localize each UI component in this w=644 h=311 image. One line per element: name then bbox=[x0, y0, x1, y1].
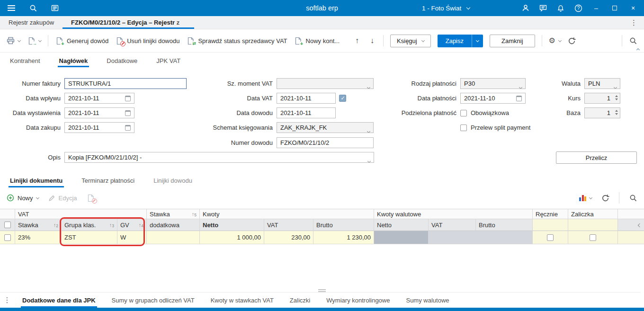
cell-brutto[interactable]: 1 230,00 bbox=[313, 231, 374, 244]
calendar-icon[interactable] bbox=[125, 96, 131, 101]
column-header-w-brutto[interactable]: Brutto bbox=[476, 219, 533, 231]
vat-date-checkbox[interactable] bbox=[339, 95, 346, 102]
payment-type-select[interactable]: P30 bbox=[460, 78, 526, 89]
column-header-grupa-klas[interactable]: Grupa klas. 3 bbox=[62, 219, 117, 231]
issue-date-field[interactable]: 2021-10-11 bbox=[64, 107, 134, 118]
export-button[interactable]: → bbox=[27, 36, 41, 45]
tab-kwoty-stawki-vat[interactable]: Kwoty w stawkach VAT bbox=[203, 293, 282, 308]
calendar-icon[interactable] bbox=[516, 96, 522, 101]
invoice-number-field[interactable]: STRUKTURA/1 bbox=[64, 78, 187, 89]
sort-indicator-4[interactable]: 4 bbox=[139, 222, 143, 228]
rate-stepper[interactable]: 1 bbox=[584, 93, 620, 104]
tab-zaliczki[interactable]: Zaliczki bbox=[282, 293, 318, 308]
sort-indicator-5[interactable]: 5 bbox=[192, 211, 197, 217]
grid-search-button[interactable] bbox=[629, 194, 637, 202]
search-icon[interactable] bbox=[27, 2, 39, 14]
user-icon[interactable] bbox=[520, 2, 531, 14]
table-row[interactable]: 23% ZST W 1 000,00 230,00 1 230,00 bbox=[0, 231, 644, 244]
tab-naglowek[interactable]: Nagłówek bbox=[58, 53, 89, 68]
sort-indicator-3[interactable]: 3 bbox=[109, 222, 114, 228]
cell-w-vat[interactable] bbox=[429, 231, 476, 244]
vat-date-field[interactable]: 2021-10-11 bbox=[277, 93, 336, 104]
tab-dodatkowe[interactable]: Dodatkowe bbox=[105, 53, 139, 68]
new-line-button[interactable]: Nowy bbox=[7, 194, 39, 202]
row-checkbox[interactable] bbox=[4, 234, 11, 241]
cell-w-brutto[interactable] bbox=[476, 231, 533, 244]
company-selector[interactable]: 1 - Foto Świat bbox=[422, 5, 506, 12]
zaliczka-checkbox[interactable] bbox=[590, 234, 596, 241]
purchase-date-field[interactable]: 2021-10-11 bbox=[64, 122, 134, 133]
menu-icon[interactable] bbox=[6, 2, 17, 14]
close-document-button[interactable]: Zamknij bbox=[490, 35, 535, 47]
grid-refresh-button[interactable] bbox=[601, 194, 609, 202]
column-header-gv[interactable]: GV 4 bbox=[117, 219, 147, 231]
delete-line-button[interactable] bbox=[87, 194, 95, 202]
cell-netto[interactable]: 1 000,00 bbox=[200, 231, 264, 244]
tab-jpk-vat[interactable]: JPK VAT bbox=[155, 53, 182, 68]
tab-kontrahent[interactable]: Kontrahent bbox=[9, 53, 42, 68]
split-payment-transfer-checkbox[interactable] bbox=[460, 124, 467, 131]
recalculate-button[interactable]: Przelicz bbox=[556, 151, 637, 164]
payment-date-field[interactable]: 2021-11-10 bbox=[460, 93, 526, 104]
bottom-tabs-menu-icon[interactable]: ⋮ bbox=[0, 293, 14, 308]
minimize-button[interactable]: – bbox=[590, 0, 602, 16]
collapse-toolbar-icon[interactable] bbox=[637, 50, 639, 51]
cell-gv[interactable]: W bbox=[117, 231, 147, 244]
currency-select[interactable]: PLN bbox=[584, 78, 620, 89]
base-stepper[interactable]: 1 bbox=[584, 107, 620, 118]
vat-moment-select[interactable] bbox=[277, 78, 374, 89]
column-header-w-netto[interactable]: Netto bbox=[374, 219, 429, 231]
stepper-arrows[interactable] bbox=[615, 95, 618, 100]
split-payment-required-checkbox[interactable] bbox=[460, 110, 467, 116]
doc-date-field[interactable]: 2021-10-11 bbox=[277, 107, 336, 118]
cell-grupa-klas[interactable]: ZST bbox=[62, 231, 117, 244]
move-up-button[interactable]: ↑ bbox=[353, 36, 361, 45]
cell-stawka[interactable]: 23% bbox=[15, 231, 62, 244]
collapse-panel-icon[interactable] bbox=[638, 221, 641, 228]
sort-indicator-2[interactable]: 2 bbox=[54, 222, 58, 228]
close-button[interactable]: × bbox=[627, 0, 639, 16]
column-header-brutto[interactable]: Brutto bbox=[313, 219, 374, 231]
notifications-icon[interactable] bbox=[555, 2, 566, 14]
save-dropdown[interactable] bbox=[472, 35, 483, 47]
tab-sumy-walutowe[interactable]: Sumy walutowe bbox=[398, 293, 457, 308]
column-header-w-vat[interactable]: VAT bbox=[429, 219, 476, 231]
delete-doc-lines-button[interactable]: Usuń linijki dowodu bbox=[115, 36, 179, 45]
refresh-button[interactable] bbox=[568, 37, 576, 45]
select-all-checkbox[interactable] bbox=[4, 222, 11, 228]
posting-schema-select[interactable]: ZAK_KRAJK_FK bbox=[277, 122, 374, 133]
column-header-recznie[interactable]: Ręcznie bbox=[533, 209, 568, 219]
new-contractor-button[interactable]: + Nowy kont... bbox=[294, 36, 340, 45]
description-select[interactable]: Kopia [FZKO/M0/21/10/2] - bbox=[64, 152, 374, 163]
tab-overflow-menu-icon[interactable]: ⋮ bbox=[624, 16, 644, 29]
chart-view-button[interactable] bbox=[579, 195, 592, 201]
post-button[interactable]: Księguj bbox=[390, 35, 431, 47]
column-header-dodatkowa[interactable]: dodatkowa bbox=[147, 219, 200, 231]
maximize-button[interactable] bbox=[608, 0, 621, 16]
messages-icon[interactable] bbox=[537, 2, 549, 14]
tab-linijki-dowodu[interactable]: Linijki dowodu bbox=[152, 173, 194, 188]
cell-stawka-dodatkowa[interactable] bbox=[147, 231, 200, 244]
column-header-zaliczka[interactable]: Zaliczka bbox=[568, 209, 618, 219]
tab-rejestr-zakupow[interactable]: Rejestr zakupów bbox=[0, 16, 63, 29]
calendar-icon[interactable] bbox=[125, 125, 131, 131]
tab-linijki-dokumentu[interactable]: Linijki dokumentu bbox=[9, 173, 64, 188]
help-icon[interactable]: ? bbox=[572, 2, 584, 14]
receipt-date-field[interactable]: 2021-10-11 bbox=[64, 93, 134, 104]
tab-sumy-odliczen-vat[interactable]: Sumy w grupach odliczeń VAT bbox=[104, 293, 203, 308]
recznie-checkbox[interactable] bbox=[547, 234, 554, 241]
tab-wymiary-kontrolingowe[interactable]: Wymiary kontrolingowe bbox=[318, 293, 398, 308]
settings-button[interactable]: ⚙ bbox=[549, 37, 561, 44]
calendar-icon[interactable] bbox=[125, 110, 131, 116]
doc-number-field[interactable]: FZKO/M0/21/10/2 bbox=[277, 137, 374, 148]
stepper-arrows[interactable] bbox=[615, 110, 618, 115]
column-header-vat[interactable]: VAT bbox=[264, 219, 313, 231]
move-down-button[interactable]: ↓ bbox=[368, 36, 376, 45]
save-button[interactable]: Zapisz bbox=[438, 35, 483, 47]
toolbar-search-button[interactable] bbox=[629, 36, 637, 45]
column-header-stawka[interactable]: Stawka 2 bbox=[15, 219, 62, 231]
print-button[interactable] bbox=[7, 37, 20, 44]
cell-vat[interactable]: 230,00 bbox=[264, 231, 313, 244]
cell-w-netto[interactable] bbox=[374, 231, 429, 244]
check-vat-status-button[interactable]: ⇄ Sprawdź status sprzedawcy VAT bbox=[186, 36, 287, 45]
